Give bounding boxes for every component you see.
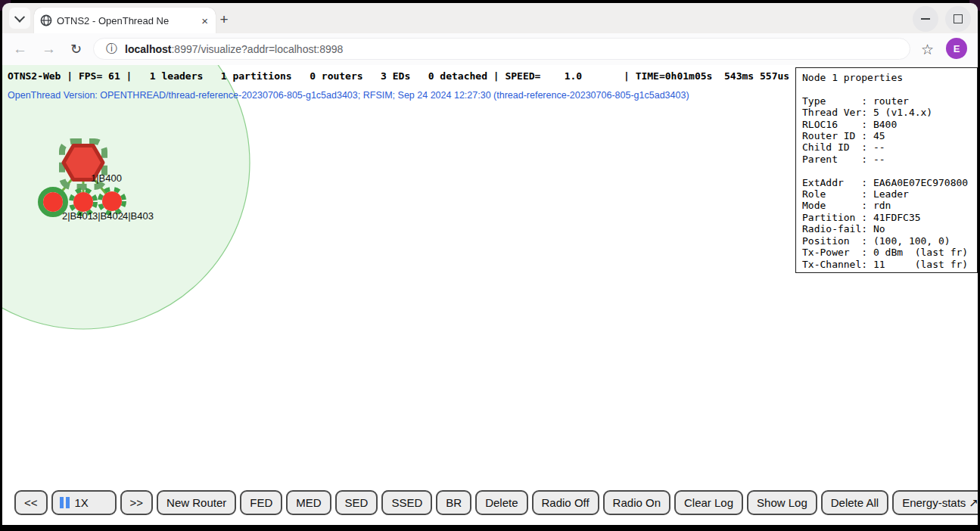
openthread-version-link[interactable]: OpenThread Version: OPENTHREAD/thread-re…	[8, 90, 689, 101]
back-button[interactable]: ←	[13, 39, 27, 59]
pause-icon	[60, 497, 70, 508]
step-forward-button[interactable]: >>	[120, 490, 154, 515]
forward-button[interactable]: →	[42, 39, 56, 59]
url-text: localhost:8997/visualize?addr=localhost:…	[125, 43, 343, 55]
browser-navbar: ← → ↻ ⓘ localhost:8997/visualize?addr=lo…	[2, 33, 978, 66]
node-3-label: 3|B402	[92, 210, 123, 222]
br-button[interactable]: BR	[436, 490, 471, 515]
otns-canvas: OTNS2-Web | FPS= 61 | 1 leaders 1 partit…	[2, 65, 978, 525]
maximize-icon	[954, 14, 963, 23]
chevron-down-icon	[14, 12, 25, 23]
new-router-button[interactable]: New Router	[157, 490, 236, 515]
speed-label: 1X	[75, 496, 89, 509]
delete-all-button[interactable]: Delete All	[821, 490, 888, 515]
window-minimize-button[interactable]	[913, 6, 938, 32]
med-button[interactable]: MED	[286, 490, 331, 515]
bookmark-star-icon[interactable]: ☆	[921, 41, 934, 58]
tab-search-button[interactable]	[9, 8, 30, 29]
fed-button[interactable]: FED	[240, 490, 282, 515]
url-host: localhost	[125, 43, 171, 55]
profile-avatar[interactable]: E	[946, 38, 967, 59]
delete-button[interactable]: Delete	[475, 490, 527, 515]
node-2-label: 2|B401	[62, 210, 93, 222]
simulation-status-bar: OTNS2-Web | FPS= 61 | 1 leaders 1 partit…	[8, 70, 789, 82]
show-log-button[interactable]: Show Log	[747, 490, 817, 515]
minimize-icon	[921, 18, 930, 20]
energy-stats-button[interactable]: Energy-stats ↗	[892, 490, 978, 515]
node-4-label: 4|B403	[123, 210, 154, 222]
step-back-button[interactable]: <<	[14, 490, 48, 515]
node-properties-panel: Node 1 properties Type : router Thread V…	[795, 67, 978, 273]
radio-on-button[interactable]: Radio On	[603, 490, 670, 515]
clear-log-button[interactable]: Clear Log	[674, 490, 743, 515]
tab-close-icon[interactable]: ×	[200, 14, 210, 28]
browser-tab-strip: OTNS2 - OpenThread Ne × +	[2, 3, 978, 33]
speed-pause-button[interactable]: 1X	[51, 490, 117, 515]
new-tab-button[interactable]: +	[214, 10, 234, 30]
sed-button[interactable]: SED	[335, 490, 378, 515]
ssed-button[interactable]: SSED	[381, 490, 432, 515]
site-info-icon[interactable]: ⓘ	[106, 42, 117, 56]
tab-title: OTNS2 - OpenThread Ne	[57, 15, 195, 26]
browser-tab[interactable]: OTNS2 - OpenThread Ne ×	[34, 8, 216, 33]
action-toolbar: << 1X >> New Router FED MED SED SSED BR …	[14, 490, 978, 515]
globe-favicon-icon	[40, 14, 52, 26]
window-maximize-button[interactable]	[945, 6, 971, 32]
node-1-label: 1|B400	[91, 172, 122, 184]
reload-button[interactable]: ↻	[70, 39, 82, 59]
radio-off-button[interactable]: Radio Off	[532, 490, 599, 515]
url-bar[interactable]: ⓘ localhost:8997/visualize?addr=localhos…	[93, 38, 910, 60]
node-properties-text: Node 1 properties Type : router Thread V…	[802, 72, 971, 270]
url-path: :8997/visualize?addr=localhost:8998	[171, 43, 343, 55]
